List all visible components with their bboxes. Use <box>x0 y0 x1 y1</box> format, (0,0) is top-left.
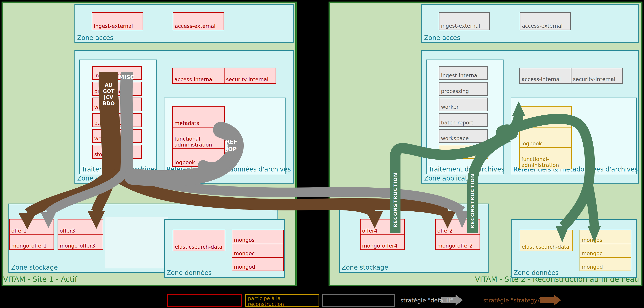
site2-security-internal-box: security-internal <box>571 68 623 84</box>
site1-offer1-column: offer1 mongo-offer1 <box>9 219 54 250</box>
legend-strategy-all-label: stratégie "strategyALL" <box>483 297 550 304</box>
site2-zone-stockage-label: Zone stockage <box>342 264 388 271</box>
site1-worker-box: worker <box>92 98 142 111</box>
site1-batch-report-box: batch-report <box>92 113 142 127</box>
site1-access-internal-box: access-internal <box>172 68 224 84</box>
site1-ingest-external-box: ingest-external <box>92 12 143 30</box>
site1-title: VITAM - Site 1 - Actif <box>3 275 77 283</box>
site2-mongo-offer4-cell: mongo-offer4 <box>360 234 404 249</box>
site2-traitement-label: Traitement des archives <box>428 166 504 173</box>
site1-access-external-box: access-external <box>173 12 224 30</box>
site1-offer3-column: offer3 mongo-offer3 <box>58 219 103 250</box>
legend-strategy-default-label: stratégie "default" <box>400 297 454 304</box>
site2-offer4-column: offer4 mongo-offer4 <box>360 219 405 250</box>
site1-workspace-box: workspace <box>92 129 142 143</box>
site1-mongo-offer3-cell: mongo-offer3 <box>58 234 103 249</box>
site1-zone-stockage-label: Zone stockage <box>11 264 58 271</box>
site1-traitement-label: Traitement des archives <box>82 166 158 173</box>
site2-zone-acces-label: Zone accès <box>424 34 460 42</box>
legend-passif: passif (éteint) <box>322 294 395 307</box>
site1-security-internal-box: security-internal <box>224 68 276 84</box>
legend-default-arrow-head <box>456 294 463 306</box>
site2-processing-box: processing <box>439 82 488 96</box>
site2-mongoc-cell: mongoc <box>580 244 631 257</box>
site1-mongo-offer1-cell: mongo-offer1 <box>10 234 54 249</box>
site2-mongos-cell: mongos <box>580 230 631 244</box>
site2-mongod-cell: mongod <box>580 257 631 270</box>
site2-ingest-internal-box: ingest-internal <box>439 66 488 80</box>
legend-strategyall-arrow-head <box>554 294 561 306</box>
site1-storage-box: storage <box>92 145 142 159</box>
site1-elasticsearch-data-box: elasticsearch-data <box>173 230 225 251</box>
site2-worker-box: worker <box>439 98 488 111</box>
site2-storage-box: storage <box>439 145 488 159</box>
site1-mongos-cell: mongos <box>232 230 283 244</box>
site2-batch-report-box: batch-report <box>439 113 488 127</box>
vitam-architecture-diagram: { "site1": { "title": "VITAM - Site 1 - … <box>0 0 644 308</box>
site2-zone-donnees-label: Zone données <box>514 269 558 276</box>
site2-offer2-cell: offer2 <box>436 219 480 234</box>
site1-mongo-stack: mongos mongoc mongod <box>232 230 284 271</box>
site2-logbook-cell: logbook <box>520 127 571 147</box>
site1-processing-box: processing <box>92 82 142 96</box>
site1-offer1-cell: offer1 <box>10 219 54 234</box>
site1-referentiels-stack: metadata functional- administration logb… <box>172 106 225 167</box>
site2-metadata-cell: metadata <box>520 107 571 127</box>
site1-offer3-cell: offer3 <box>58 219 103 234</box>
site1-zone-acces-label: Zone accès <box>77 34 114 42</box>
legend-participe: participe à la reconstruction au fil de … <box>245 294 319 307</box>
site2-access-external-box: access-external <box>520 12 571 30</box>
site2-offer4-cell: offer4 <box>360 219 404 234</box>
site2-offer2-column: offer2 mongo-offer2 <box>435 219 480 250</box>
site2-mongo-offer2-cell: mongo-offer2 <box>436 234 480 249</box>
site1-stockage-highlight-rect <box>105 217 168 268</box>
site2-ingest-external-box: ingest-external <box>439 12 490 30</box>
site2-referentiels-stack: metadata logbook functional- administrat… <box>519 106 572 169</box>
site1-logbook-cell: logbook <box>173 148 224 166</box>
site2-mongo-stack: mongos mongoc mongod <box>580 230 631 271</box>
site1-zone-applicative-label: Zone applicative <box>77 175 130 182</box>
site2-workspace-box: workspace <box>439 129 488 143</box>
site1-functional-administration-cell: functional- administration <box>173 127 224 148</box>
site2-elasticsearch-data-box: elasticsearch-data <box>520 230 573 251</box>
site1-ingest-internal-box: ingest-internal <box>92 66 142 80</box>
site2-functional-administration-cell: functional- administration <box>520 147 571 169</box>
site1-metadata-cell: metadata <box>173 107 224 127</box>
site2-access-internal-box: access-internal <box>519 68 572 84</box>
legend-actif: actif <box>167 294 242 307</box>
site1-mongoc-cell: mongoc <box>232 244 283 257</box>
site2-zone-applicative-label: Zone applicative <box>424 175 477 182</box>
site1-mongod-cell: mongod <box>232 257 283 270</box>
site1-zone-donnees-label: Zone données <box>166 269 212 276</box>
